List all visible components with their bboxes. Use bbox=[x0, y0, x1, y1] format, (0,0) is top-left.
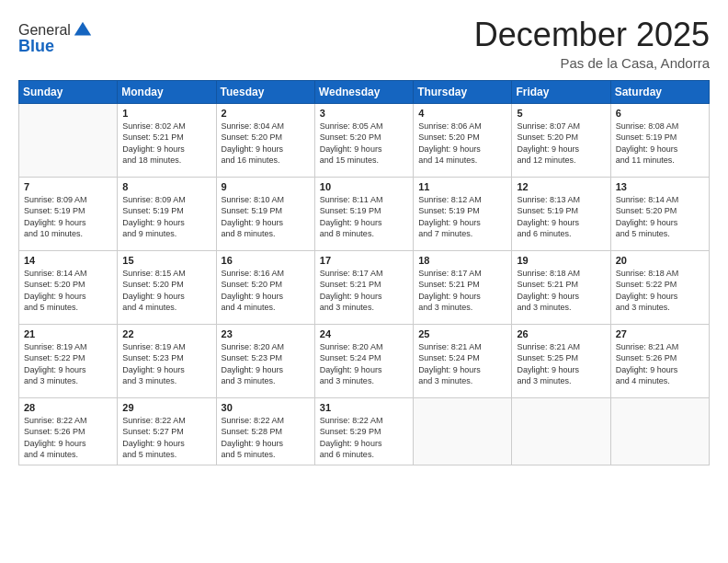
day-info: Sunrise: 8:22 AM Sunset: 5:27 PM Dayligh… bbox=[122, 415, 210, 461]
day-info: Sunrise: 8:21 AM Sunset: 5:24 PM Dayligh… bbox=[418, 341, 506, 387]
day-info: Sunrise: 8:09 AM Sunset: 5:19 PM Dayligh… bbox=[122, 194, 210, 240]
day-number: 20 bbox=[616, 255, 704, 266]
day-cell-17: 17Sunrise: 8:17 AM Sunset: 5:21 PM Dayli… bbox=[314, 250, 413, 324]
day-info: Sunrise: 8:22 AM Sunset: 5:29 PM Dayligh… bbox=[320, 415, 408, 461]
svg-marker-0 bbox=[74, 22, 91, 36]
day-number: 12 bbox=[517, 181, 605, 192]
day-cell-31: 31Sunrise: 8:22 AM Sunset: 5:29 PM Dayli… bbox=[314, 397, 413, 465]
day-number: 7 bbox=[24, 181, 112, 192]
empty-cell bbox=[512, 397, 610, 465]
day-number: 3 bbox=[320, 108, 408, 119]
day-info: Sunrise: 8:20 AM Sunset: 5:23 PM Dayligh… bbox=[222, 341, 310, 387]
day-number: 2 bbox=[222, 108, 310, 119]
day-number: 31 bbox=[320, 402, 408, 413]
calendar-table: SundayMondayTuesdayWednesdayThursdayFrid… bbox=[18, 80, 710, 465]
day-info: Sunrise: 8:21 AM Sunset: 5:25 PM Dayligh… bbox=[517, 341, 605, 387]
day-cell-23: 23Sunrise: 8:20 AM Sunset: 5:23 PM Dayli… bbox=[216, 324, 314, 397]
day-info: Sunrise: 8:14 AM Sunset: 5:20 PM Dayligh… bbox=[616, 194, 704, 240]
day-cell-15: 15Sunrise: 8:15 AM Sunset: 5:20 PM Dayli… bbox=[118, 250, 216, 324]
day-number: 14 bbox=[24, 255, 112, 266]
empty-cell bbox=[19, 103, 118, 177]
day-number: 27 bbox=[616, 328, 704, 339]
day-info: Sunrise: 8:06 AM Sunset: 5:20 PM Dayligh… bbox=[418, 121, 506, 167]
day-number: 16 bbox=[222, 255, 310, 266]
day-info: Sunrise: 8:20 AM Sunset: 5:24 PM Dayligh… bbox=[320, 341, 408, 387]
day-number: 1 bbox=[122, 108, 210, 119]
day-number: 25 bbox=[418, 328, 506, 339]
day-cell-24: 24Sunrise: 8:20 AM Sunset: 5:24 PM Dayli… bbox=[314, 324, 413, 397]
day-number: 23 bbox=[222, 328, 310, 339]
day-number: 17 bbox=[320, 255, 408, 266]
day-number: 9 bbox=[222, 181, 310, 192]
weekday-header-row: SundayMondayTuesdayWednesdayThursdayFrid… bbox=[19, 80, 710, 103]
day-info: Sunrise: 8:12 AM Sunset: 5:19 PM Dayligh… bbox=[418, 194, 506, 240]
calendar-page: General Blue December 2025 Pas de la Cas… bbox=[0, 0, 728, 563]
empty-cell bbox=[414, 397, 512, 465]
day-cell-22: 22Sunrise: 8:19 AM Sunset: 5:23 PM Dayli… bbox=[118, 324, 216, 397]
day-cell-12: 12Sunrise: 8:13 AM Sunset: 5:19 PM Dayli… bbox=[512, 177, 610, 250]
day-info: Sunrise: 8:05 AM Sunset: 5:20 PM Dayligh… bbox=[320, 121, 408, 167]
weekday-header-saturday: Saturday bbox=[610, 80, 709, 103]
day-number: 24 bbox=[320, 328, 408, 339]
day-info: Sunrise: 8:17 AM Sunset: 5:21 PM Dayligh… bbox=[418, 268, 506, 314]
weekday-header-monday: Monday bbox=[118, 80, 216, 103]
day-number: 13 bbox=[616, 181, 704, 192]
header: General Blue December 2025 Pas de la Cas… bbox=[18, 17, 710, 71]
day-cell-6: 6Sunrise: 8:08 AM Sunset: 5:19 PM Daylig… bbox=[610, 103, 709, 177]
day-number: 30 bbox=[222, 402, 310, 413]
day-info: Sunrise: 8:13 AM Sunset: 5:19 PM Dayligh… bbox=[517, 194, 605, 240]
day-info: Sunrise: 8:22 AM Sunset: 5:26 PM Dayligh… bbox=[24, 415, 112, 461]
day-info: Sunrise: 8:14 AM Sunset: 5:20 PM Dayligh… bbox=[24, 268, 112, 314]
day-cell-16: 16Sunrise: 8:16 AM Sunset: 5:20 PM Dayli… bbox=[216, 250, 314, 324]
day-info: Sunrise: 8:22 AM Sunset: 5:28 PM Dayligh… bbox=[222, 415, 310, 461]
day-cell-10: 10Sunrise: 8:11 AM Sunset: 5:19 PM Dayli… bbox=[314, 177, 413, 250]
day-number: 22 bbox=[122, 328, 210, 339]
day-number: 28 bbox=[24, 402, 112, 413]
day-number: 4 bbox=[418, 108, 506, 119]
empty-cell bbox=[610, 397, 709, 465]
week-row-2: 7Sunrise: 8:09 AM Sunset: 5:19 PM Daylig… bbox=[19, 177, 710, 250]
day-cell-20: 20Sunrise: 8:18 AM Sunset: 5:22 PM Dayli… bbox=[610, 250, 709, 324]
day-number: 8 bbox=[122, 181, 210, 192]
day-cell-27: 27Sunrise: 8:21 AM Sunset: 5:26 PM Dayli… bbox=[610, 324, 709, 397]
day-info: Sunrise: 8:07 AM Sunset: 5:20 PM Dayligh… bbox=[517, 121, 605, 167]
week-row-1: 1Sunrise: 8:02 AM Sunset: 5:21 PM Daylig… bbox=[19, 103, 710, 177]
day-info: Sunrise: 8:08 AM Sunset: 5:19 PM Dayligh… bbox=[616, 121, 704, 167]
day-info: Sunrise: 8:17 AM Sunset: 5:21 PM Dayligh… bbox=[320, 268, 408, 314]
day-info: Sunrise: 8:11 AM Sunset: 5:19 PM Dayligh… bbox=[320, 194, 408, 240]
day-cell-2: 2Sunrise: 8:04 AM Sunset: 5:20 PM Daylig… bbox=[216, 103, 314, 177]
day-cell-21: 21Sunrise: 8:19 AM Sunset: 5:22 PM Dayli… bbox=[19, 324, 118, 397]
weekday-header-sunday: Sunday bbox=[19, 80, 118, 103]
day-info: Sunrise: 8:09 AM Sunset: 5:19 PM Dayligh… bbox=[24, 194, 112, 240]
day-cell-14: 14Sunrise: 8:14 AM Sunset: 5:20 PM Dayli… bbox=[19, 250, 118, 324]
day-number: 5 bbox=[517, 108, 605, 119]
day-info: Sunrise: 8:02 AM Sunset: 5:21 PM Dayligh… bbox=[122, 121, 210, 167]
day-info: Sunrise: 8:18 AM Sunset: 5:22 PM Dayligh… bbox=[616, 268, 704, 314]
day-cell-26: 26Sunrise: 8:21 AM Sunset: 5:25 PM Dayli… bbox=[512, 324, 610, 397]
day-number: 15 bbox=[122, 255, 210, 266]
month-title: December 2025 bbox=[474, 17, 710, 53]
day-number: 18 bbox=[418, 255, 506, 266]
day-cell-28: 28Sunrise: 8:22 AM Sunset: 5:26 PM Dayli… bbox=[19, 397, 118, 465]
day-info: Sunrise: 8:19 AM Sunset: 5:22 PM Dayligh… bbox=[24, 341, 112, 387]
day-info: Sunrise: 8:04 AM Sunset: 5:20 PM Dayligh… bbox=[222, 121, 310, 167]
logo-icon bbox=[73, 20, 93, 40]
week-row-4: 21Sunrise: 8:19 AM Sunset: 5:22 PM Dayli… bbox=[19, 324, 710, 397]
day-number: 6 bbox=[616, 108, 704, 119]
week-row-5: 28Sunrise: 8:22 AM Sunset: 5:26 PM Dayli… bbox=[19, 397, 710, 465]
day-cell-8: 8Sunrise: 8:09 AM Sunset: 5:19 PM Daylig… bbox=[118, 177, 216, 250]
day-cell-3: 3Sunrise: 8:05 AM Sunset: 5:20 PM Daylig… bbox=[314, 103, 413, 177]
day-cell-25: 25Sunrise: 8:21 AM Sunset: 5:24 PM Dayli… bbox=[414, 324, 512, 397]
day-number: 11 bbox=[418, 181, 506, 192]
logo: General Blue bbox=[18, 20, 93, 56]
day-number: 26 bbox=[517, 328, 605, 339]
title-block: December 2025 Pas de la Casa, Andorra bbox=[474, 17, 710, 71]
day-number: 29 bbox=[122, 402, 210, 413]
day-info: Sunrise: 8:21 AM Sunset: 5:26 PM Dayligh… bbox=[616, 341, 704, 387]
day-info: Sunrise: 8:16 AM Sunset: 5:20 PM Dayligh… bbox=[222, 268, 310, 314]
day-cell-1: 1Sunrise: 8:02 AM Sunset: 5:21 PM Daylig… bbox=[118, 103, 216, 177]
day-cell-5: 5Sunrise: 8:07 AM Sunset: 5:20 PM Daylig… bbox=[512, 103, 610, 177]
weekday-header-wednesday: Wednesday bbox=[314, 80, 413, 103]
day-cell-11: 11Sunrise: 8:12 AM Sunset: 5:19 PM Dayli… bbox=[414, 177, 512, 250]
day-number: 19 bbox=[517, 255, 605, 266]
